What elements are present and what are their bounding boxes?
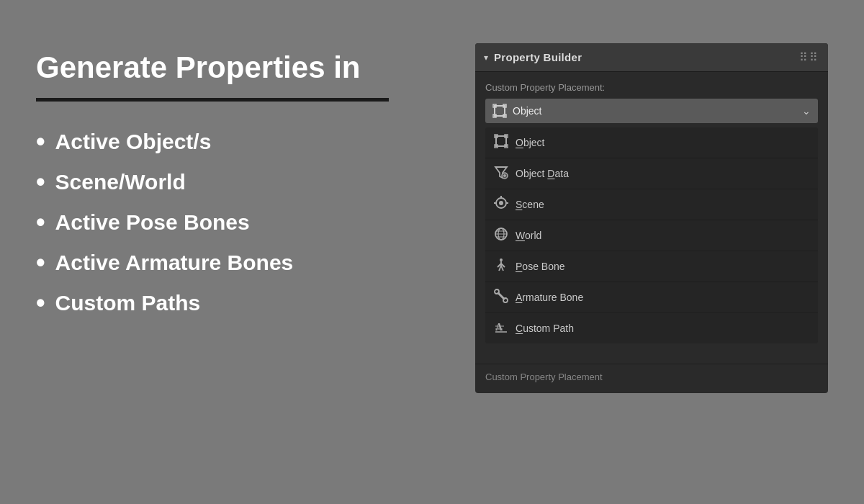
dropdown-item-world[interactable]: World: [485, 220, 818, 251]
armature-bone-label: Armature Bone: [516, 292, 583, 303]
world-icon: [494, 227, 508, 244]
svg-point-15: [499, 201, 503, 205]
dropdown-item-object[interactable]: Object: [485, 127, 818, 158]
placement-label: Custom Property Placement:: [485, 82, 818, 93]
page-title: Generate Properties in: [36, 50, 446, 85]
main-container: Generate Properties in Active Object/sSc…: [14, 14, 850, 490]
selected-object-icon: [492, 104, 507, 118]
panel-header-left: ▾ Property Builder: [484, 51, 582, 63]
feature-list: Active Object/sScene/WorldActive Pose Bo…: [36, 122, 446, 323]
placement-dropdown[interactable]: Object ⌄: [485, 99, 818, 123]
custom-path-icon: A: [494, 320, 508, 337]
dropdown-item-object-data[interactable]: Object Data: [485, 158, 818, 189]
dropdown-item-pose-bone[interactable]: Pose Bone: [485, 251, 818, 282]
svg-point-24: [500, 258, 503, 261]
pose-bone-label: Pose Bone: [516, 261, 565, 272]
panel-header: ▾ Property Builder ⠿⠿: [475, 43, 828, 72]
dropdown-chevron-icon: ⌄: [802, 105, 811, 117]
dropdown-selected-label: Object: [513, 105, 541, 117]
left-panel: Generate Properties in Active Object/sSc…: [36, 43, 475, 323]
dropdown-list: ObjectObject DataSceneWorldPose BoneArma…: [485, 127, 818, 343]
panel-title: Property Builder: [494, 51, 582, 63]
custom-path-label: Custom Path: [516, 323, 574, 334]
object-icon: [494, 134, 508, 151]
scene-label: Scene: [516, 199, 544, 210]
svg-text:A: A: [495, 322, 503, 333]
dropdown-item-armature-bone[interactable]: Armature Bone: [485, 282, 818, 313]
svg-line-32: [498, 293, 504, 299]
panel-footer: Custom Property Placement: [475, 364, 828, 393]
dropdown-selected-left: Object: [492, 104, 541, 118]
feature-item: Scene/World: [36, 162, 446, 202]
footer-label: Custom Property Placement: [485, 372, 603, 382]
dropdown-item-custom-path[interactable]: ACustom Path: [485, 313, 818, 343]
feature-item: Active Pose Bones: [36, 202, 446, 243]
object-data-label: Object Data: [516, 168, 569, 179]
dropdown-item-scene[interactable]: Scene: [485, 189, 818, 220]
panel-drag-handle[interactable]: ⠿⠿: [799, 50, 819, 64]
object-data-icon: [494, 165, 508, 182]
svg-line-29: [501, 266, 503, 271]
armature-bone-icon: [494, 289, 508, 306]
object-label: Object: [516, 137, 544, 148]
panel-collapse-arrow[interactable]: ▾: [484, 53, 488, 63]
feature-item: Active Object/s: [36, 122, 446, 162]
property-builder-panel: ▾ Property Builder ⠿⠿ Custom Property Pl…: [475, 43, 828, 393]
world-label: World: [516, 230, 541, 241]
feature-item: Custom Paths: [36, 283, 446, 323]
divider: [36, 98, 389, 102]
pose-bone-icon: [494, 258, 508, 275]
panel-body: Custom Property Placement: Object ⌄: [475, 72, 828, 361]
feature-item: Active Armature Bones: [36, 243, 446, 283]
scene-icon: [494, 196, 508, 213]
